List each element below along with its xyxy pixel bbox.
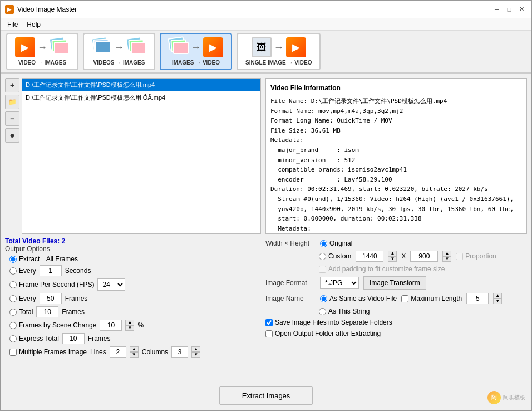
tab-video-to-images[interactable]: ▶ → VIDEO → IMAGES — [6, 33, 78, 70]
scene-up-btn[interactable]: ▲ — [125, 320, 134, 325]
maxlen-down-btn[interactable]: ▼ — [493, 299, 502, 304]
output-options-label: Output Options — [5, 245, 261, 253]
add-file-button[interactable]: + — [5, 78, 19, 92]
file-item[interactable]: D:\工作记录文件\工作文件\PSD模板怎么用 ÔÃ.mp4 — [22, 91, 260, 104]
scene-change-input[interactable] — [100, 320, 122, 331]
close-button[interactable]: ✕ — [516, 4, 527, 14]
lines-input[interactable] — [110, 346, 126, 358]
height-up-btn[interactable]: ▲ — [442, 251, 451, 256]
every-frames-input[interactable] — [40, 293, 62, 304]
menu-help[interactable]: Help — [22, 19, 45, 30]
save-separate-label[interactable]: Save Image Files into Separate Folders — [265, 319, 392, 326]
custom-radio[interactable] — [319, 253, 326, 260]
video-info-title: Video File Information — [270, 83, 522, 93]
max-length-label[interactable]: Maximum Length — [401, 295, 462, 302]
columns-up-btn[interactable]: ▲ — [191, 346, 200, 352]
tab-single-image-to-video[interactable]: 🖼 → ▶ SINGLE IMAGE → VIDEO — [237, 33, 321, 70]
padding-checkbox[interactable] — [319, 266, 326, 273]
every-frames-label[interactable]: Every — [9, 295, 36, 302]
columns-input[interactable] — [171, 346, 188, 358]
express-total-radio[interactable] — [9, 335, 17, 342]
maxlen-up-btn[interactable]: ▲ — [493, 293, 502, 299]
video-icon-4: ▶ — [286, 37, 306, 57]
watermark-text: 阿呱模板 — [503, 394, 525, 402]
height-down-btn[interactable]: ▼ — [442, 256, 451, 262]
every-seconds-label[interactable]: Every — [9, 267, 36, 275]
tab-videos-to-images[interactable]: → VIDEOS → IMAGES — [83, 33, 155, 70]
original-radio[interactable] — [320, 240, 327, 247]
format-label: Image Format — [265, 279, 316, 287]
proportion-label[interactable]: Proportion — [456, 252, 496, 260]
extract-radio-all[interactable] — [9, 256, 17, 263]
same-as-video-radio[interactable] — [320, 295, 327, 302]
every-frames-radio[interactable] — [9, 295, 17, 302]
total-frames-radio[interactable] — [9, 309, 17, 316]
images-icon-3 — [169, 37, 189, 57]
single-image-icon: 🖼 — [252, 37, 272, 57]
minimize-button[interactable]: ─ — [491, 4, 503, 14]
video-info-box: Video File Information File Name: D:\工作记… — [265, 78, 527, 234]
open-output-label[interactable]: Open Output Folder after Extracting — [265, 330, 381, 337]
express-total-input[interactable] — [62, 333, 85, 344]
width-up-btn[interactable]: ▲ — [388, 251, 397, 256]
save-separate-checkbox[interactable] — [265, 319, 273, 326]
format-select[interactable]: *.JPG *.PNG *.BMP *.GIF — [320, 277, 359, 289]
videos-icon-2 — [92, 37, 112, 57]
width-input[interactable] — [356, 251, 383, 262]
every-seconds-input[interactable] — [40, 265, 62, 276]
window-title: Video Image Master — [17, 6, 77, 13]
as-string-radio[interactable] — [319, 308, 326, 315]
total-frames-label[interactable]: Total — [9, 308, 33, 316]
tab-label-images-to-video: IMAGES → VIDEO — [172, 60, 220, 66]
tab-label-single-image: SINGLE IMAGE → VIDEO — [245, 60, 312, 66]
wh-label: Width × Height — [265, 239, 316, 247]
multi-frames-label[interactable]: Multiple Frames Image — [9, 348, 87, 356]
add-folder-button[interactable]: 📁 — [5, 95, 19, 109]
original-radio-label[interactable]: Original — [320, 239, 352, 247]
extract-images-button[interactable]: Extract Images — [219, 386, 313, 405]
lines-up-btn[interactable]: ▲ — [130, 346, 139, 352]
scene-change-label[interactable]: Frames by Scene Change — [9, 321, 96, 329]
open-output-checkbox[interactable] — [265, 330, 273, 337]
tab-label-video-to-images: VIDEO → IMAGES — [18, 60, 66, 66]
every-seconds-radio[interactable] — [9, 267, 17, 275]
remove-button[interactable]: − — [5, 111, 19, 126]
tab-images-to-video[interactable]: → ▶ IMAGES → VIDEO — [160, 33, 232, 70]
menu-file[interactable]: File — [3, 19, 22, 30]
same-as-video-label[interactable]: As Same as Video File — [320, 295, 397, 302]
lines-down-btn[interactable]: ▼ — [130, 352, 139, 358]
total-label: Total Video Files: 2 — [5, 237, 261, 245]
max-length-checkbox[interactable] — [401, 295, 408, 302]
scene-down-btn[interactable]: ▼ — [125, 325, 134, 331]
file-list: D:\工作记录文件\工作文件\PSD模板怎么用.mp4 D:\工作记录文件\工作… — [22, 78, 261, 234]
file-item[interactable]: D:\工作记录文件\工作文件\PSD模板怎么用.mp4 — [22, 79, 260, 91]
total-frames-input[interactable] — [36, 306, 58, 317]
height-input[interactable] — [410, 251, 438, 262]
tab-label-videos-to-images: VIDEOS → IMAGES — [93, 60, 145, 66]
clear-button[interactable]: ● — [5, 128, 19, 143]
as-string-label[interactable]: As This String — [319, 307, 370, 315]
watermark-logo: 阿 — [487, 391, 501, 404]
max-length-input[interactable] — [466, 293, 489, 304]
video-info-content: File Name: D:\工作记录文件\工作文件\PSD模板怎么用.mp4 F… — [270, 96, 522, 234]
image-transform-button[interactable]: Image Transform — [363, 276, 426, 290]
images-icon-1 — [50, 37, 70, 57]
padding-label[interactable]: Add padding to fit customize frame size — [319, 265, 445, 273]
app-icon: ▶ — [5, 5, 14, 14]
express-total-label[interactable]: Express Total — [9, 335, 59, 342]
extract-label[interactable]: Extract All Frames — [9, 255, 78, 263]
fps-label[interactable]: Frame Per Second (FPS) — [9, 281, 94, 288]
video-icon-3: ▶ — [203, 37, 223, 57]
width-down-btn[interactable]: ▼ — [388, 256, 397, 262]
scene-change-radio[interactable] — [9, 322, 17, 329]
image-name-label: Image Name — [265, 295, 316, 302]
columns-down-btn[interactable]: ▼ — [191, 352, 200, 358]
fps-radio[interactable] — [9, 281, 17, 288]
arrow-icon-1: → — [37, 42, 47, 53]
images-icon-2 — [126, 37, 146, 57]
maximize-button[interactable]: □ — [504, 4, 515, 14]
custom-radio-label[interactable]: Custom — [319, 252, 351, 260]
fps-select[interactable]: 24 25 30 — [97, 278, 125, 291]
proportion-checkbox[interactable] — [456, 253, 463, 260]
multi-frames-checkbox[interactable] — [9, 349, 17, 356]
